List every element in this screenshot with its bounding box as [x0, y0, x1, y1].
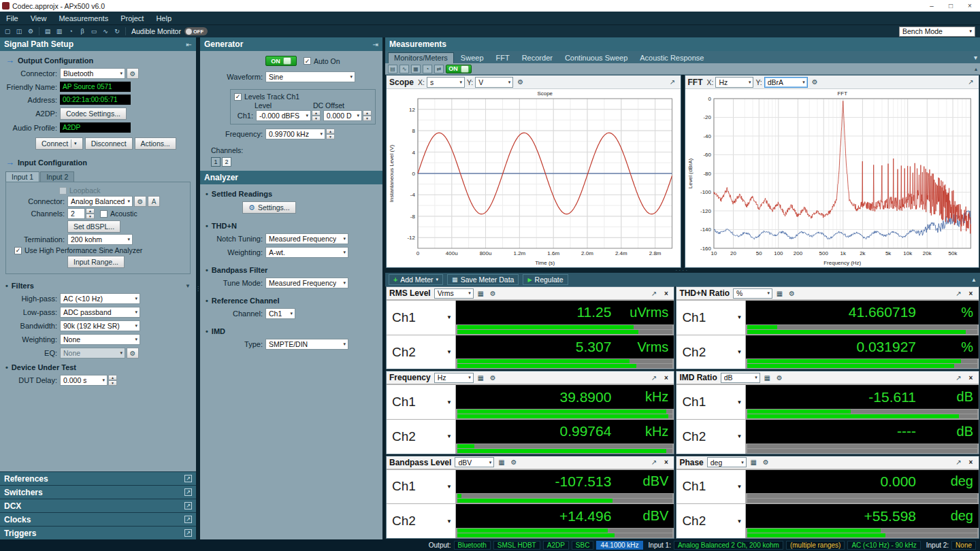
menu-project[interactable]: Project — [114, 14, 150, 22]
dc-offset-stepper[interactable]: ▲▼ — [363, 110, 372, 121]
horizontal-splitter[interactable]: ∙∙∙∙ — [385, 268, 980, 273]
sequence-icon[interactable]: ↻ — [112, 27, 122, 37]
collapse-left-icon[interactable]: ⇤ — [186, 41, 192, 48]
tab-fft[interactable]: FFT — [491, 53, 515, 63]
imd-type-select[interactable]: SMPTE/DIN▾ — [265, 339, 348, 350]
meter-settings-icon[interactable]: ⚙ — [761, 458, 771, 466]
section-triggers[interactable]: Triggers↗ — [0, 526, 196, 539]
eq-select[interactable]: None▾ — [60, 348, 125, 358]
meter-unit-select[interactable]: %▾ — [733, 288, 772, 299]
popout-icon[interactable]: ↗ — [184, 502, 192, 510]
meter-bar-icon[interactable]: ▦ — [749, 458, 759, 466]
channel-2-button[interactable]: 2 — [222, 157, 231, 167]
close-icon[interactable]: × — [966, 290, 976, 297]
channel-select[interactable]: Ch2▼ — [676, 420, 746, 454]
channel-select[interactable]: Ch1▼ — [676, 385, 746, 419]
section-references[interactable]: References↗ — [0, 471, 196, 485]
meter-settings-icon[interactable]: ⚙ — [488, 374, 498, 382]
popout-icon[interactable]: ↗ — [184, 529, 192, 537]
table-icon[interactable]: ▦ — [411, 65, 421, 73]
popout-icon[interactable]: ↗ — [953, 374, 964, 382]
scope-x-unit-select[interactable]: s▾ — [427, 77, 465, 88]
channel-select[interactable]: Ch1▼ — [387, 470, 456, 504]
popout-icon[interactable]: ↗ — [649, 374, 659, 382]
tune-mode-select[interactable]: Measured Frequency▾ — [265, 278, 348, 288]
collapse-right-icon[interactable]: ⇥ — [373, 41, 378, 48]
minimize-icon[interactable]: – — [924, 2, 940, 10]
bench-mode-select[interactable]: Bench Mode▾ — [899, 27, 975, 37]
tab-sweep[interactable]: Sweep — [455, 53, 489, 63]
close-icon[interactable]: × — [966, 458, 976, 466]
level-stepper[interactable]: ▲▼ — [312, 110, 321, 121]
notch-tuning-select[interactable]: Measured Frequency▾ — [265, 233, 348, 244]
clock-icon[interactable]: ◔ — [65, 27, 76, 37]
analyzer-settings-button[interactable]: ⚙Settings... — [242, 201, 296, 214]
input-connector-select[interactable]: Analog Balanced▾ — [67, 196, 133, 207]
tab-recorder[interactable]: Recorder — [517, 53, 558, 63]
pin-icon[interactable]: ▼ — [185, 283, 191, 289]
tab-overflow-icon[interactable]: ▾ — [974, 54, 977, 61]
section-dcx[interactable]: DCX↗ — [0, 499, 196, 512]
settings-icon[interactable]: ⚙ — [25, 27, 36, 37]
auto-range-icon[interactable]: A — [148, 196, 160, 207]
channel-select[interactable]: Ch1▼ — [387, 385, 456, 419]
audible-monitor-toggle[interactable]: OFF — [184, 27, 208, 35]
close-icon[interactable]: × — [661, 290, 671, 297]
bandwidth-select[interactable]: 90k (192 kHz SR)▾ — [60, 320, 140, 331]
channel-select[interactable]: Ch1▼ — [676, 301, 746, 335]
scroll-up-icon[interactable]: ▲ — [971, 277, 977, 283]
bluetooth-icon[interactable]: β — [77, 27, 88, 37]
dut-delay-stepper[interactable]: ▲▼ — [108, 375, 117, 386]
channel-select[interactable]: Ch2▼ — [676, 504, 746, 538]
close-icon[interactable]: × — [661, 374, 671, 382]
tab-monitors-meters[interactable]: Monitors/Meters — [388, 52, 454, 63]
channel-select[interactable]: Ch2▼ — [387, 420, 456, 454]
menu-measurements[interactable]: Measurements — [52, 14, 114, 22]
monitor-icon[interactable]: ▭ — [88, 27, 99, 37]
meter-unit-select[interactable]: deg▾ — [707, 457, 747, 467]
popout-icon[interactable]: ↗ — [668, 78, 678, 86]
low-pass-select[interactable]: ADC passband▾ — [60, 307, 140, 318]
menu-file[interactable]: File — [0, 14, 24, 22]
io-icon[interactable]: ⇄ — [434, 65, 444, 73]
close-icon[interactable]: × — [661, 458, 671, 466]
meter-bar-icon[interactable]: ▦ — [762, 374, 772, 382]
tab-input-1[interactable]: Input 1 — [5, 171, 39, 182]
popout-icon[interactable]: ↗ — [649, 290, 659, 297]
meter-bar-icon[interactable]: ▦ — [496, 458, 506, 466]
input-connector-settings-icon[interactable]: ⚙ — [134, 196, 146, 207]
actions-button[interactable]: Actions... — [135, 137, 176, 150]
scope-icon[interactable]: ∿ — [399, 65, 409, 73]
popout-icon[interactable]: ↗ — [953, 290, 964, 297]
popout-icon[interactable]: ↗ — [184, 516, 192, 523]
popout-icon[interactable]: ↗ — [184, 488, 192, 496]
channel-select[interactable]: Ch2▼ — [387, 335, 456, 369]
regulate-button[interactable]: ▶Regulate — [523, 274, 568, 285]
fft-y-unit-select[interactable]: dBrA▾ — [764, 77, 808, 88]
meter-unit-select[interactable]: dBV▾ — [455, 457, 494, 467]
meter-settings-icon[interactable]: ⚙ — [774, 374, 785, 382]
menu-view[interactable]: View — [24, 14, 53, 22]
section-clocks[interactable]: Clocks↗ — [0, 512, 196, 526]
connect-button[interactable]: Connect▾ — [35, 137, 83, 150]
meter-unit-select[interactable]: Vrms▾ — [434, 288, 474, 299]
add-meter-button[interactable]: +Add Meter▾ — [389, 274, 443, 285]
high-performance-checkbox[interactable]: ✓ — [14, 247, 22, 254]
meter-bar-icon[interactable]: ▥ — [54, 27, 65, 37]
measurement-on-toggle[interactable]: ON — [446, 65, 472, 73]
new-project-icon[interactable]: ▢ — [2, 27, 13, 37]
channel-1-button[interactable]: 1 — [211, 157, 220, 167]
level-field[interactable]: -0.000 dBFS▾ — [256, 110, 311, 121]
meters-grid-icon[interactable]: ▤ — [388, 65, 397, 73]
frequency-stepper[interactable]: ▲▼ — [326, 129, 335, 139]
frequency-field[interactable]: 0.99700 kHz▾ — [265, 129, 325, 139]
save-icon[interactable]: ◫ — [14, 27, 24, 37]
waveform-select[interactable]: Sine▾ — [265, 71, 355, 82]
tab-continuous-sweep[interactable]: Continuous Sweep — [559, 53, 633, 63]
signal-path-icon[interactable]: ▤ — [42, 27, 53, 37]
channels-stepper[interactable]: ▲▼ — [86, 208, 95, 219]
generator-on-toggle[interactable]: ON — [265, 56, 297, 66]
dc-offset-field[interactable]: 0.000 D▾ — [323, 110, 362, 121]
loopback-checkbox[interactable] — [59, 187, 67, 195]
scope-y-unit-select[interactable]: V▾ — [475, 77, 513, 88]
